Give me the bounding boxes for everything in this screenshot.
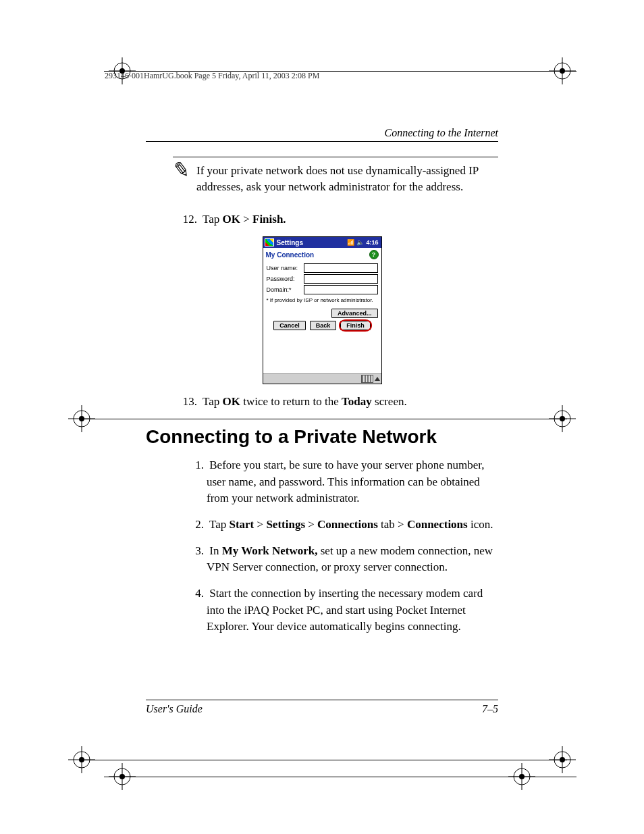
crop-line	[104, 777, 576, 777]
username-field	[304, 263, 378, 273]
step-number: 4.	[193, 585, 204, 602]
titlebar-title: Settings	[277, 239, 303, 246]
step-text: Tap OK twice to return to the Today scre…	[203, 395, 407, 408]
step-2: 2. Tap Start > Settings > Connections ta…	[207, 517, 498, 533]
speaker-icon: 🔈	[356, 239, 364, 246]
screenshot-titlebar: Settings 📶 🔈 4:16	[263, 237, 381, 248]
step-number: 2.	[193, 517, 204, 533]
step-number: 12.	[178, 211, 197, 228]
password-label: Password:	[267, 276, 304, 282]
step-text: Tap Start > Settings > Connections tab >…	[209, 518, 493, 531]
domain-field	[304, 285, 378, 294]
advanced-button: Advanced...	[331, 309, 378, 318]
pocketpc-screenshot: Settings 📶 🔈 4:16 My Connection ? User n…	[263, 236, 382, 384]
password-field	[304, 274, 378, 284]
note-block: ✎ If your private network does not use d…	[173, 157, 498, 195]
connection-title: My Connection	[266, 251, 315, 259]
pencil-note-icon: ✎	[171, 159, 191, 181]
windows-flag-icon	[265, 238, 274, 246]
document-page: 293146-001HamrUG.book Page 5 Friday, Apr…	[0, 0, 644, 834]
username-label: User name:	[267, 265, 304, 271]
note-text: If your private network does not use dyn…	[196, 163, 498, 195]
step-text: Before you start, be sure to have your s…	[207, 459, 484, 504]
back-button: Back	[310, 321, 337, 330]
up-caret-icon	[375, 377, 380, 381]
print-metadata: 293146-001HamrUG.book Page 5 Friday, Apr…	[105, 71, 319, 81]
keyboard-icon	[361, 375, 373, 383]
form-row-domain: Domain:*	[263, 284, 381, 295]
clock-text: 4:16	[366, 239, 378, 246]
running-header: Connecting to the Internet	[146, 127, 498, 142]
screenshot-bottombar	[263, 373, 381, 384]
step-1: 1. Before you start, be sure to have you…	[207, 457, 498, 507]
step-number: 1.	[193, 457, 204, 474]
step-4: 4. Start the connection by inserting the…	[207, 585, 498, 635]
help-icon: ?	[369, 250, 379, 259]
form-row-password: Password:	[263, 273, 381, 284]
form-footnote: * If provided by ISP or network administ…	[263, 295, 381, 307]
finish-button: Finish	[340, 321, 371, 330]
step-text: Start the connection by inserting the ne…	[207, 587, 483, 633]
footer-right: 7–5	[482, 703, 498, 715]
screenshot-figure: Settings 📶 🔈 4:16 My Connection ? User n…	[146, 236, 498, 386]
page-footer: User's Guide 7–5	[146, 700, 498, 715]
step-number: 13.	[178, 394, 197, 410]
step-13: 13. Tap OK twice to return to the Today …	[178, 394, 498, 410]
body-content: ✎ If your private network does not use d…	[146, 157, 498, 645]
domain-label: Domain:*	[267, 286, 304, 293]
footer-left: User's Guide	[146, 703, 203, 715]
step-3: 3. In My Work Network, set up a new mode…	[207, 543, 498, 576]
crop-line	[81, 760, 567, 760]
cancel-button: Cancel	[273, 321, 306, 330]
section-heading: Connecting to a Private Network	[146, 426, 498, 448]
step-12: 12. Tap OK > Finish.	[178, 211, 498, 228]
screenshot-subheader: My Connection ?	[263, 248, 381, 263]
step-number: 3.	[193, 543, 204, 560]
form-row-username: User name:	[263, 263, 381, 273]
signal-icon: 📶	[347, 239, 354, 246]
step-text: In My Work Network, set up a new modem c…	[207, 544, 493, 574]
step-text: Tap OK > Finish.	[203, 213, 286, 226]
